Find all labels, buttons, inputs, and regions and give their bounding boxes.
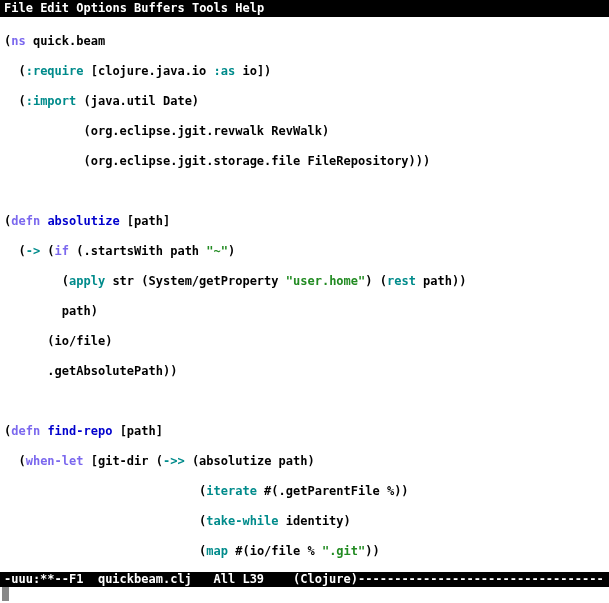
modeline-mode: (Clojure) [293,572,358,586]
code-line: (-> (if (.startsWith path "~") [4,244,609,259]
code-line: path) [4,304,609,319]
menu-file[interactable]: File [4,1,33,15]
code-line: (org.eclipse.jgit.storage.file FileRepos… [4,154,609,169]
menu-bar: File Edit Options Buffers Tools Help [0,0,609,17]
code-line: (io/file) [4,334,609,349]
code-line: .getAbsolutePath)) [4,364,609,379]
modeline-filename: quickbeam.clj [98,572,192,586]
menu-edit[interactable]: Edit [40,1,69,15]
code-line: (org.eclipse.jgit.revwalk RevWalk) [4,124,609,139]
modeline-dashes: ---------------------------------- [358,572,604,586]
cursor [2,587,9,601]
code-line: (when-let [git-dir (->> (absolutize path… [4,454,609,469]
code-buffer[interactable]: (ns quick.beam (:require [clojure.java.i… [0,17,609,603]
menu-help[interactable]: Help [235,1,264,15]
modeline-position: All L39 [192,572,293,586]
code-line: (:require [clojure.java.io :as io]) [4,64,609,79]
code-line [4,184,609,199]
code-line: (take-while identity) [4,514,609,529]
menu-options[interactable]: Options [76,1,127,15]
code-line: (:import (java.util Date) [4,94,609,109]
code-line: (ns quick.beam [4,34,609,49]
mode-line: -uuu:**--F1 quickbeam.clj All L39 (Cloju… [0,572,609,587]
code-line [4,394,609,409]
code-line: (iterate #(.getParentFile %)) [4,484,609,499]
modeline-status: -uuu:**--F1 [4,572,98,586]
code-line: (map #(io/file % ".git")) [4,544,609,559]
code-line: (apply str (System/getProperty "user.hom… [4,274,609,289]
minibuffer[interactable] [0,587,609,603]
code-line: (defn find-repo [path] [4,424,609,439]
menu-tools[interactable]: Tools [192,1,228,15]
menu-buffers[interactable]: Buffers [134,1,185,15]
code-line: (defn absolutize [path] [4,214,609,229]
